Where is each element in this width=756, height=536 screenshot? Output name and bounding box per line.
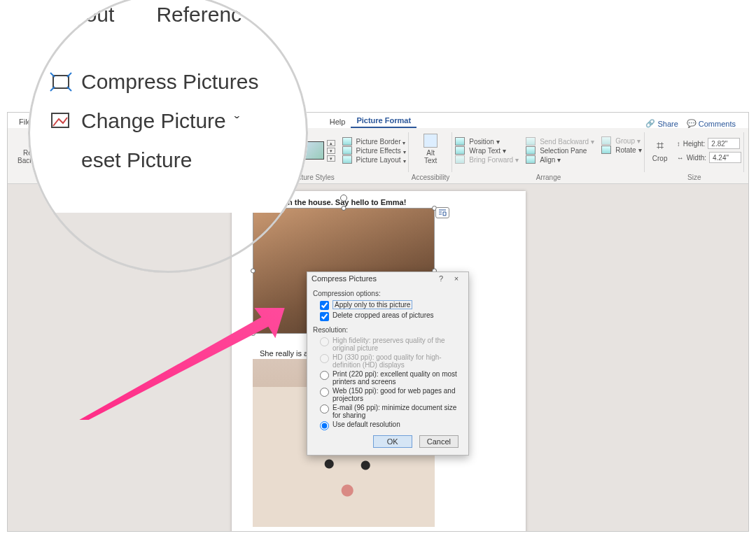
res-default[interactable]: Use default resolution [313, 420, 463, 431]
rotate-button[interactable]: Rotate ▾ [601, 146, 641, 154]
apply-only-checkbox-row[interactable]: Apply only to this picture [313, 299, 463, 311]
group-icon [601, 136, 611, 145]
tab-help[interactable]: Help [324, 115, 351, 128]
apply-only-label: Apply only to this picture [332, 300, 412, 309]
magnifier-content: ayout Referenc Compress Pictures Change … [28, 0, 308, 213]
align-icon [526, 155, 536, 164]
mag-compress-label: Compress Pictures [81, 67, 258, 97]
layout-icon [342, 155, 352, 164]
res-hd-radio [320, 354, 329, 363]
group-label-accessibility: Accessibility [412, 173, 449, 182]
mag-tab-layout: ayout [63, 0, 114, 29]
res-email-radio[interactable] [320, 404, 329, 414]
dialog-body: Compression options: Apply only to this … [307, 285, 468, 455]
wrap-text-button[interactable]: Wrap Text ▾ [455, 146, 519, 155]
mag-tab-references: Referenc [156, 0, 241, 29]
picture-layout-label: Picture Layout [356, 156, 401, 164]
width-label: Width: [687, 154, 706, 162]
crop-button[interactable]: ⌗ Crop [648, 136, 673, 165]
alt-text-button[interactable]: Alt Text [412, 131, 449, 167]
layout-options-badge[interactable] [435, 207, 449, 218]
border-icon [342, 137, 352, 146]
picture-border-button[interactable]: Picture Border ▾ [342, 137, 406, 146]
res-print-radio[interactable] [320, 371, 329, 380]
compression-options-heading: Compression options: [313, 290, 463, 297]
dialog-close-button[interactable]: × [449, 274, 464, 283]
resize-handle[interactable] [251, 269, 255, 274]
cancel-button[interactable]: Cancel [419, 435, 458, 448]
pager-up[interactable]: ▴ [327, 140, 335, 146]
magnifier-callout: ayout Referenc Compress Pictures Change … [28, 0, 308, 273]
res-print[interactable]: Print (220 ppi): excellent quality on mo… [313, 369, 463, 386]
share-icon: 🔗 [645, 119, 655, 128]
crop-icon: ⌗ [657, 139, 664, 153]
alt-text-icon [424, 134, 438, 148]
group-label-arrange: Arrange [455, 173, 641, 182]
group-arrange: Position ▾ Wrap Text ▾ Bring Forward ▾ S… [452, 129, 644, 182]
dialog-title: Compress Pictures [312, 274, 377, 283]
dialog-help-button[interactable]: ? [433, 274, 449, 283]
picture-effects-label: Picture Effects [356, 147, 401, 155]
share-button[interactable]: 🔗 Share [645, 119, 678, 128]
mag-reset-picture[interactable]: eset Picture [49, 146, 308, 175]
width-icon: ↔ [677, 154, 684, 162]
res-hd: HD (330 ppi): good quality for high-defi… [313, 353, 463, 369]
resize-handle[interactable] [342, 206, 346, 211]
delete-cropped-checkbox[interactable] [320, 312, 329, 321]
width-field[interactable]: ↔ Width: 4.24" [677, 152, 741, 163]
pager-down[interactable]: ▾ [327, 148, 335, 154]
mag-compress-pictures[interactable]: Compress Pictures [49, 67, 308, 97]
height-input[interactable]: 2.82" [708, 138, 740, 149]
position-button[interactable]: Position ▾ [455, 137, 519, 146]
mag-change-label: Change Picture [81, 106, 226, 136]
comments-label: Comments [699, 120, 736, 128]
bring-forward-button[interactable]: Bring Forward ▾ [455, 155, 519, 164]
resize-handle[interactable] [251, 331, 255, 336]
compress-pictures-dialog: Compress Pictures ? × Compression option… [307, 271, 469, 456]
rotate-handle[interactable] [340, 195, 347, 202]
res-default-radio[interactable] [320, 421, 329, 430]
height-field[interactable]: ↕ Height: 2.82" [677, 138, 741, 149]
res-email[interactable]: E-mail (96 ppi): minimize document size … [313, 403, 463, 420]
picture-layout-button[interactable]: Picture Layout ▾ [342, 155, 406, 164]
width-input[interactable]: 4.24" [709, 152, 741, 163]
res-high-fidelity: High fidelity: preserves quality of the … [313, 336, 463, 353]
delete-cropped-checkbox-row[interactable]: Delete cropped areas of pictures [313, 311, 463, 322]
share-label: Share [657, 120, 678, 128]
send-backward-button[interactable]: Send Backward ▾ [526, 137, 594, 146]
rotate-icon [601, 146, 611, 154]
comments-button[interactable]: 💬 Comments [687, 119, 736, 128]
compress-icon [49, 71, 73, 92]
selection-pane-button[interactable]: Selection Pane [526, 146, 594, 155]
height-label: Height: [683, 140, 706, 148]
position-icon [455, 137, 465, 146]
resolution-heading: Resolution: [313, 326, 463, 334]
gallery-pager[interactable]: ▴ ▾ ▾ [327, 140, 335, 162]
res-hf-radio [320, 337, 329, 346]
picture-effects-button[interactable]: Picture Effects ▾ [342, 146, 406, 155]
res-web-radio[interactable] [320, 388, 329, 397]
picture-border-label: Picture Border [356, 138, 401, 146]
effects-icon [342, 146, 352, 155]
height-icon: ↕ [677, 140, 680, 148]
group-button[interactable]: Group ▾ [601, 136, 641, 145]
ok-button[interactable]: OK [373, 435, 412, 448]
group-label-size: Size [648, 173, 741, 182]
chevron-down-icon: ˇ [234, 112, 239, 134]
group-accessibility: Alt Text Accessibility [409, 129, 452, 182]
align-button[interactable]: Align ▾ [526, 155, 594, 164]
crop-label: Crop [652, 155, 668, 162]
res-web[interactable]: Web (150 ppi): good for web pages and pr… [313, 386, 463, 403]
pager-more[interactable]: ▾ [327, 155, 335, 162]
svg-rect-1 [53, 76, 69, 88]
group-size: ⌗ Crop ↕ Height: 2.82" ↔ Width: 4.24" [645, 129, 744, 182]
comments-icon: 💬 [687, 119, 696, 128]
apply-only-checkbox[interactable] [320, 301, 329, 310]
selection-icon [526, 146, 536, 155]
tab-picture-format[interactable]: Picture Format [351, 114, 416, 128]
mag-change-picture[interactable]: Change Picture ˇ [49, 106, 308, 136]
backward-icon [526, 137, 536, 146]
mag-reset-label: eset Picture [81, 146, 192, 175]
change-picture-icon [49, 111, 73, 132]
dialog-titlebar[interactable]: Compress Pictures ? × [307, 272, 468, 285]
